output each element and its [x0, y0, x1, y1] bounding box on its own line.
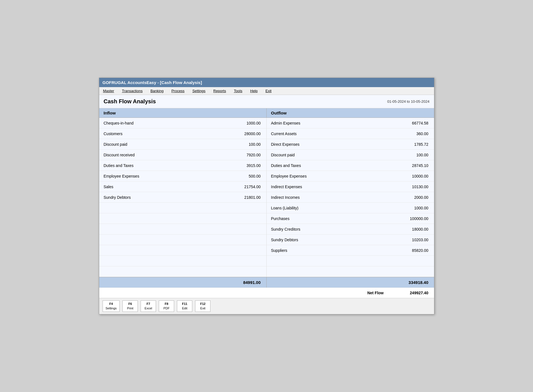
outflow-value: 85820.00	[401, 246, 434, 255]
inflow-row	[99, 266, 266, 277]
fn-button-pdf[interactable]: F8PDF	[159, 300, 174, 312]
inflow-label: Employee Expenses	[99, 172, 233, 180]
outflow-value: 2000.00	[401, 193, 434, 202]
menu-item-master[interactable]: Master	[102, 88, 115, 94]
inflow-row	[99, 213, 266, 224]
outflow-label: Sundry Debtors	[267, 236, 401, 244]
menu-item-exit[interactable]: Exit	[264, 88, 273, 94]
inflow-row: Sundry Debtors 21801.00	[99, 192, 266, 203]
outflow-label: Current Assets	[267, 130, 401, 138]
outflow-value: 1785.72	[401, 140, 434, 149]
report-content: Cash Flow Analysis 01-05-2024 to 10-05-2…	[99, 95, 434, 298]
inflow-value: 500.00	[233, 172, 266, 180]
report-title: Cash Flow Analysis	[104, 98, 156, 105]
footer-bar: F4SettingsF6PrintF7ExcelF8PDFF11EditF12E…	[99, 298, 434, 314]
inflow-row: Sales 21754.00	[99, 181, 266, 192]
fn-button-excel[interactable]: F7Excel	[141, 300, 156, 312]
outflow-total: 334918.40	[267, 277, 434, 288]
outflow-row: Indirect Expenses 10130.00	[267, 181, 434, 192]
inflow-row: Discount received 7920.00	[99, 150, 266, 160]
outflow-value: 10203.00	[401, 236, 434, 244]
net-flow-label: Net Flow	[367, 291, 383, 295]
column-headers: Inflow Outflow	[99, 108, 434, 118]
menu-item-help[interactable]: Help	[249, 88, 259, 94]
inflow-row	[99, 203, 266, 213]
net-flow-value: 249927.40	[395, 291, 428, 295]
inflow-value: 28000.00	[233, 130, 266, 138]
outflow-row: Current Assets 360.00	[267, 128, 434, 139]
outflow-label: Duties and Taxes	[267, 161, 401, 170]
fn-button-exit[interactable]: F12Exit	[195, 300, 210, 312]
inflow-row: Discount paid 100.00	[99, 139, 266, 150]
outflow-row	[267, 266, 434, 277]
fn-button-print[interactable]: F6Print	[122, 300, 138, 312]
data-rows-container: Cheques-in-hand 1000.00 Customers 28000.…	[99, 118, 434, 277]
outflow-row: Sundry Debtors 10203.00	[267, 235, 434, 245]
inflow-label: Duties and Taxes	[99, 161, 233, 170]
inflow-label	[99, 248, 233, 252]
inflow-value: 1000.00	[233, 119, 266, 127]
inflow-label: Discount paid	[99, 140, 233, 149]
outflow-row: Loans (Liability) 1000.00	[267, 203, 434, 213]
inflow-value	[233, 227, 266, 231]
menu-bar: MasterTransactionsBankingProcessSettings…	[99, 87, 434, 95]
outflow-row: Indirect Incomes 2000.00	[267, 192, 434, 203]
inflow-side: Cheques-in-hand 1000.00 Customers 28000.…	[99, 118, 267, 277]
fn-button-edit[interactable]: F11Edit	[177, 300, 192, 312]
outflow-value: 100000.00	[401, 214, 434, 223]
fn-button-settings[interactable]: F4Settings	[103, 300, 120, 312]
outflow-label: Sundry Creditors	[267, 225, 401, 233]
inflow-value: 21801.00	[233, 193, 266, 202]
inflow-label: Sundry Debtors	[99, 193, 233, 202]
outflow-row	[267, 256, 434, 266]
totals-row: 84991.00 334918.40	[99, 277, 434, 288]
outflow-row: Duties and Taxes 28745.10	[267, 160, 434, 171]
outflow-value: 28745.10	[401, 161, 434, 170]
inflow-value: 100.00	[233, 140, 266, 149]
outflow-label: Discount paid	[267, 151, 401, 159]
outflow-value	[401, 270, 434, 274]
outflow-value: 100.00	[401, 151, 434, 159]
date-range: 01-05-2024 to 10-05-2024	[387, 99, 429, 104]
menu-item-tools[interactable]: Tools	[233, 88, 243, 94]
inflow-value	[233, 238, 266, 242]
inflow-row: Cheques-in-hand 1000.00	[99, 118, 266, 128]
inflow-row: Customers 28000.00	[99, 128, 266, 139]
inflow-label: Sales	[99, 183, 233, 191]
menu-item-reports[interactable]: Reports	[212, 88, 227, 94]
menu-item-process[interactable]: Process	[170, 88, 186, 94]
inflow-label	[99, 227, 233, 231]
inflow-label: Discount received	[99, 151, 233, 159]
outflow-value: 18000.00	[401, 225, 434, 233]
outflow-label: Suppliers	[267, 246, 401, 255]
report-header: Cash Flow Analysis 01-05-2024 to 10-05-2…	[99, 95, 434, 108]
outflow-row: Employee Expenses 10000.00	[267, 171, 434, 181]
outflow-row: Admin Expenses 66774.58	[267, 118, 434, 128]
outflow-value: 66774.58	[401, 119, 434, 127]
inflow-label: Customers	[99, 130, 233, 138]
outflow-value: 10130.00	[401, 183, 434, 191]
inflow-total: 84991.00	[99, 277, 267, 288]
menu-item-settings[interactable]: Settings	[191, 88, 207, 94]
inflow-row	[99, 224, 266, 235]
outflow-label: Purchases	[267, 214, 401, 223]
outflow-side: Admin Expenses 66774.58 Current Assets 3…	[267, 118, 434, 277]
title-bar: GOFRUGAL AccountsEasy - [Cash Flow Analy…	[99, 78, 434, 87]
inflow-label	[99, 206, 233, 210]
inflow-label	[99, 217, 233, 221]
inflow-row: Duties and Taxes 3915.00	[99, 160, 266, 171]
outflow-label: Direct Expenses	[267, 140, 401, 149]
menu-item-transactions[interactable]: Transactions	[121, 88, 144, 94]
outflow-header: Outflow	[267, 108, 434, 118]
menu-item-banking[interactable]: Banking	[149, 88, 165, 94]
inflow-row	[99, 235, 266, 245]
inflow-value	[233, 248, 266, 252]
outflow-label	[267, 270, 401, 274]
inflow-value	[233, 217, 266, 221]
outflow-row: Purchases 100000.00	[267, 213, 434, 224]
inflow-value: 21754.00	[233, 183, 266, 191]
inflow-label: Cheques-in-hand	[99, 119, 233, 127]
outflow-value: 360.00	[401, 130, 434, 138]
inflow-label	[99, 270, 233, 274]
window-title: GOFRUGAL AccountsEasy - [Cash Flow Analy…	[103, 80, 202, 85]
